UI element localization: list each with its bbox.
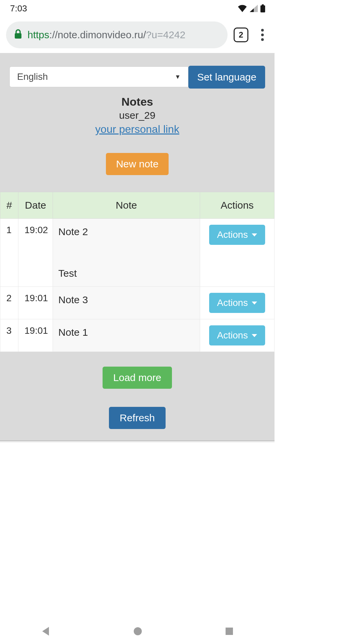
url-domain: ://note.dimonvideo.ru/ (49, 29, 146, 40)
note-title: Note 3 (58, 294, 194, 306)
personal-link[interactable]: your personal link (95, 123, 179, 136)
set-language-button[interactable]: Set language (188, 66, 265, 89)
language-select-value: English (17, 71, 48, 82)
chevron-down-icon: ▼ (175, 73, 181, 80)
note-title: Note 2 (58, 226, 194, 237)
clock: 7:03 (10, 3, 27, 14)
cell-idx: 2 (0, 287, 18, 319)
svg-rect-0 (260, 5, 265, 12)
cell-actions: Actions (200, 219, 275, 287)
row-actions-label: Actions (217, 330, 248, 341)
col-date: Date (18, 192, 53, 219)
url-query: ?u=4242 (146, 29, 186, 40)
col-note: Note (53, 192, 200, 219)
more-vert-icon (261, 38, 264, 41)
row-actions-label: Actions (217, 229, 248, 240)
cell-note: Note 3 (53, 287, 200, 319)
url-scheme: https (27, 29, 49, 40)
table-header-row: # Date Note Actions (0, 192, 275, 219)
status-icons (238, 4, 265, 12)
svg-rect-2 (15, 33, 21, 39)
page-header: Notes user_29 your personal link (0, 95, 275, 136)
cell-actions: Actions (200, 287, 275, 319)
new-note-button[interactable]: New note (106, 153, 169, 175)
more-vert-icon (261, 29, 264, 32)
chevron-down-icon (252, 233, 257, 236)
load-more-button[interactable]: Load more (103, 367, 172, 389)
browser-toolbar: https://note.dimonvideo.ru/?u=4242 2 (0, 17, 275, 53)
chevron-down-icon (252, 302, 257, 305)
page-content: English ▼ Set language Notes user_29 you… (0, 53, 275, 442)
row-actions-label: Actions (217, 298, 248, 308)
row-actions-button[interactable]: Actions (209, 325, 265, 345)
android-status-bar: 7:03 (0, 0, 275, 17)
lock-icon (14, 29, 22, 41)
col-idx: # (0, 192, 18, 219)
set-language-label: Set language (197, 71, 256, 83)
cell-date: 19:01 (18, 319, 53, 352)
browser-menu-button[interactable] (254, 28, 270, 42)
table-row: 219:01Note 3Actions (0, 287, 275, 319)
url-text: https://note.dimonvideo.ru/?u=4242 (27, 29, 185, 41)
new-note-label: New note (116, 158, 159, 169)
language-row: English ▼ Set language (0, 66, 275, 89)
cell-idx: 1 (0, 219, 18, 287)
url-bar[interactable]: https://note.dimonvideo.ru/?u=4242 (6, 21, 228, 48)
tab-switcher[interactable]: 2 (234, 28, 248, 42)
cell-date: 19:02 (18, 219, 53, 287)
wifi-icon (238, 5, 247, 12)
username: user_29 (0, 110, 275, 121)
cell-note: Note 1 (53, 319, 200, 352)
refresh-label: Refresh (120, 412, 155, 423)
row-actions-button[interactable]: Actions (209, 225, 265, 245)
load-more-label: Load more (113, 372, 161, 383)
row-actions-button[interactable]: Actions (209, 293, 265, 313)
table-row: 319:01Note 1Actions (0, 319, 275, 352)
notes-table: # Date Note Actions 119:02Note 2TestActi… (0, 192, 275, 352)
note-body: Test (58, 268, 194, 279)
page-title: Notes (0, 95, 275, 108)
battery-icon (260, 4, 265, 12)
chevron-down-icon (252, 334, 257, 337)
cell-actions: Actions (200, 319, 275, 352)
cell-note: Note 2Test (53, 219, 200, 287)
svg-rect-1 (262, 4, 264, 6)
cell-date: 19:01 (18, 287, 53, 319)
cell-idx: 3 (0, 319, 18, 352)
refresh-button[interactable]: Refresh (109, 407, 166, 429)
tab-count: 2 (239, 30, 243, 40)
col-actions: Actions (200, 192, 275, 219)
note-title: Note 1 (58, 327, 194, 338)
language-select[interactable]: English ▼ (9, 66, 188, 87)
cell-signal-icon (250, 5, 258, 12)
more-vert-icon (261, 34, 264, 36)
table-row: 119:02Note 2TestActions (0, 219, 275, 287)
